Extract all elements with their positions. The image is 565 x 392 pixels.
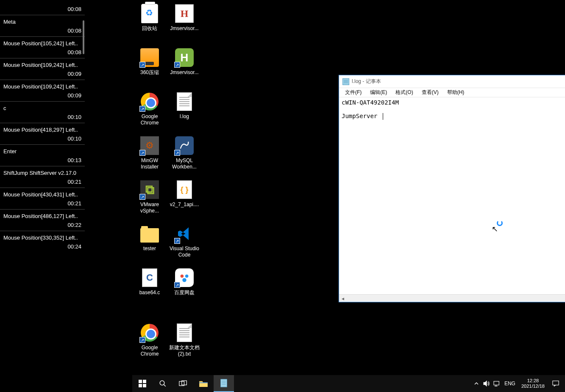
search-button[interactable] xyxy=(153,375,173,392)
tray-chevron-icon[interactable] xyxy=(471,375,482,392)
mysql-icon: ↗ xyxy=(174,135,195,156)
desktop-icon-newtxt[interactable]: 新建文本文档 (2).txt xyxy=(167,321,202,365)
log-entry[interactable]: 00:08 xyxy=(0,0,85,15)
hscroll-left-button[interactable]: ◄ xyxy=(339,295,347,302)
notepad-taskbar[interactable] xyxy=(214,375,234,392)
event-log-panel: 00:08Meta00:08Mouse Position[105,242] Le… xyxy=(0,0,85,392)
notepad-window[interactable]: l.log - 记事本 — 文件(F) 编辑(E) 格式(O) 查看(V) 帮助… xyxy=(339,75,565,302)
icon-label: base64.c xyxy=(133,290,166,296)
log-entry[interactable]: Mouse Position[109,242] Left..00:09 xyxy=(0,80,85,101)
desktop-icon-baidu[interactable]: ↗百度网盘 xyxy=(167,266,202,310)
svg-rect-11 xyxy=(199,382,208,383)
desktop-icon-vscode[interactable]: ↗Visual Studio Code xyxy=(167,222,202,266)
desktop-icon-chrome2[interactable]: ↗Google Chrome xyxy=(132,321,167,365)
icon-label: MySQL Workben... xyxy=(168,157,201,170)
icon-label: 百度网盘 xyxy=(168,290,201,296)
desktop-icon-jmservisor2[interactable]: H↗Jmservisor... xyxy=(167,46,202,90)
icon-label: VMware vSphe... xyxy=(133,202,166,214)
svg-rect-17 xyxy=(494,381,499,385)
tray-time: 12:28 xyxy=(521,378,545,384)
desktop-icon-v27api[interactable]: { }v2_7_1api.... xyxy=(167,178,202,222)
log-time: 00:10 xyxy=(3,111,81,120)
log-label: Mouse Position[418,297] Left.. xyxy=(3,127,81,133)
log-label: Mouse Position[109,242] Left.. xyxy=(3,83,81,90)
desktop-icon-360zip[interactable]: ↗360压缩 xyxy=(132,46,167,90)
icon-label: l.log xyxy=(168,113,201,120)
log-time: 00:13 xyxy=(3,155,81,163)
icon-label: 回收站 xyxy=(133,25,166,32)
svg-point-7 xyxy=(160,381,164,385)
notepad-editor[interactable]: cWIN-QAT49202I4M JumpServer xyxy=(339,97,565,293)
log-time: 00:08 xyxy=(3,25,81,34)
desktop-icon-chrome[interactable]: ↗Google Chrome xyxy=(132,90,167,134)
icon-label: Jmservisor... xyxy=(168,69,201,76)
log-entry[interactable]: Mouse Position[105,242] Left..00:08 xyxy=(0,36,85,58)
log-entry[interactable]: ShiftJump ShiftServer v2.17.000:21 xyxy=(0,166,85,188)
svg-point-0 xyxy=(181,275,184,278)
menu-edit[interactable]: 编辑(E) xyxy=(366,88,391,97)
tray-notifications-icon[interactable] xyxy=(548,375,563,392)
shortcut-arrow-icon: ↗ xyxy=(139,194,145,200)
editor-line-2: JumpServer xyxy=(342,113,381,119)
task-view-button[interactable] xyxy=(173,375,193,392)
shortcut-arrow-icon: ↗ xyxy=(139,150,145,156)
log-label: Mouse Position[430,431] Left.. xyxy=(3,191,81,198)
log-entry[interactable]: Mouse Position[430,431] Left..00:21 xyxy=(0,188,85,209)
tray-volume-icon[interactable] xyxy=(482,375,492,392)
menu-file[interactable]: 文件(F) xyxy=(341,88,366,97)
shortcut-arrow-icon: ↗ xyxy=(139,337,145,343)
log-entry[interactable]: Mouse Position[418,297] Left..00:10 xyxy=(0,123,85,144)
svg-rect-5 xyxy=(139,384,142,387)
log-entry[interactable]: Enter00:13 xyxy=(0,144,85,166)
desktop[interactable]: 回收站HJmservisor...↗360压缩H↗Jmservisor...↗G… xyxy=(132,0,565,368)
icon-label: Visual Studio Code xyxy=(168,246,201,258)
menu-format[interactable]: 格式(O) xyxy=(391,88,417,97)
log-label: Mouse Position[486,127] Left.. xyxy=(3,213,81,219)
svg-rect-20 xyxy=(553,381,559,385)
icon-label: Jmservisor... xyxy=(168,25,201,32)
menu-view[interactable]: 查看(V) xyxy=(417,88,443,97)
desktop-icon-recycle-bin[interactable]: 回收站 xyxy=(132,2,167,46)
notepad-titlebar[interactable]: l.log - 记事本 — xyxy=(339,75,565,88)
tray-clock[interactable]: 12:28 2021/12/18 xyxy=(518,378,548,389)
Hgreen-icon: H↗ xyxy=(174,47,195,68)
log-entry[interactable]: c00:10 xyxy=(0,101,85,123)
icon-label: Google Chrome xyxy=(133,345,166,357)
baidu-icon: ↗ xyxy=(174,268,195,288)
log-time: 00:09 xyxy=(3,68,81,77)
icon-label: v2_7_1api.... xyxy=(168,202,201,208)
icon-label: 新建文本文档 (2).txt xyxy=(168,345,201,357)
log-entry[interactable]: Mouse Position[486,127] Left..00:22 xyxy=(0,209,85,231)
log-time: 00:08 xyxy=(3,47,81,55)
360-icon: ↗ xyxy=(139,47,160,68)
shortcut-arrow-icon: ↗ xyxy=(139,106,145,112)
tray-date: 2021/12/18 xyxy=(521,384,545,389)
vscode-icon: ↗ xyxy=(174,224,195,244)
editor-line-1: cWIN-QAT49202I4M xyxy=(342,99,399,106)
log-label: Mouse Position[105,242] Left.. xyxy=(3,40,81,47)
log-label: c xyxy=(3,105,81,111)
desktop-icon-tester-folder[interactable]: tester xyxy=(132,222,167,266)
tray-language[interactable]: ENG xyxy=(502,381,518,386)
tray-network-icon[interactable] xyxy=(492,375,502,392)
file-explorer-taskbar[interactable] xyxy=(193,375,214,392)
start-button[interactable] xyxy=(132,375,153,392)
desktop-icon-jmservisor1[interactable]: HJmservisor... xyxy=(167,2,202,46)
notepad-hscrollbar[interactable]: ◄ xyxy=(339,294,565,302)
log-label: Enter xyxy=(3,148,81,155)
desktop-icon-mysql-wb[interactable]: ↗MySQL Workben... xyxy=(167,134,202,178)
log-label: Mouse Position[330,352] Left.. xyxy=(3,235,81,241)
log-time: 00:09 xyxy=(3,90,81,99)
desktop-icon-mingw[interactable]: ↗MinGW Installer xyxy=(132,134,167,178)
icon-label: Google Chrome xyxy=(133,113,166,126)
log-time: 00:22 xyxy=(3,219,81,228)
log-entry[interactable]: Mouse Position[330,352] Left..00:24 xyxy=(0,231,85,252)
log-scrollbar-thumb[interactable] xyxy=(83,20,84,54)
menu-help[interactable]: 帮助(H) xyxy=(443,88,469,97)
desktop-icon-base64c[interactable]: Cbase64.c xyxy=(132,266,167,310)
desktop-icon-llog[interactable]: l.log xyxy=(167,90,202,134)
log-entry[interactable]: Meta00:08 xyxy=(0,15,85,36)
desktop-icon-vmware[interactable]: ⧉↗VMware vSphe... xyxy=(132,178,167,222)
log-entry[interactable]: Mouse Position[109,242] Left..00:09 xyxy=(0,58,85,80)
svg-rect-6 xyxy=(143,384,146,387)
